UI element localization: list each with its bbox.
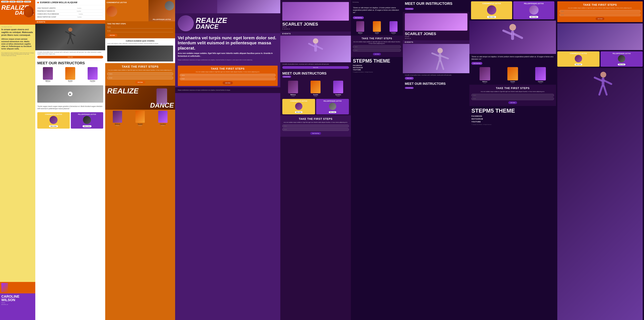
nav-dance[interactable]: Let's Dance: [24, 1, 31, 2]
events-banner: EVENTS: [35, 20, 105, 24]
caroline-section: CAROLINE WILSON Teacher @caroline_wil: [0, 293, 35, 320]
col6-name-input[interactable]: [353, 45, 401, 48]
col7b-start-btn[interactable]: Start learning: [472, 62, 482, 65]
steps-email-2[interactable]: [180, 77, 276, 80]
bottom-melissa-name: Melissa: [115, 123, 120, 125]
col7b-name-input[interactable]: [472, 94, 554, 97]
scarlet-social-handle: @scarlet_wil: [284, 28, 290, 29]
col7a-find-btn[interactable]: Find learning: [405, 8, 414, 10]
card2-button[interactable]: Take a class: [82, 125, 92, 127]
col5-more-btn[interactable]: More Info: [282, 66, 349, 69]
youtube-link[interactable]: YOUTUBE: [353, 69, 401, 70]
col7a-scarlet-tag: Docendi: [405, 36, 468, 37]
col7a-scarlet-section: SCARLET JONES Docendi @scarlet_wil: [403, 12, 470, 40]
steps-btn-2[interactable]: Join Now: [223, 81, 233, 84]
col5-card2-btn[interactable]: Take a class: [329, 111, 336, 113]
col5-card1-btn[interactable]: Take a class: [295, 111, 302, 113]
chevron-icon-4[interactable]: ›: [103, 16, 103, 17]
col5-event-text: Convallis vel pel pellum lorem. Accumsan…: [280, 62, 351, 66]
col7c-join-btn[interactable]: Join Now: [596, 17, 604, 20]
steps-join-btn[interactable]: Join Now: [135, 81, 145, 84]
svg-rect-7: [314, 44, 317, 52]
nav-meet[interactable]: Let's Meet: [9, 1, 16, 2]
col6-email-input[interactable]: [353, 49, 401, 52]
col7b-scarlet-tag: Fusce: [511, 82, 514, 84]
more-button[interactable]: More Info: [37, 56, 103, 58]
instructor-section: [0, 282, 35, 293]
col7a-more-btn[interactable]: More Info: [405, 77, 414, 80]
facebook-link[interactable]: FACEBOOK: [353, 65, 401, 66]
col6-join-btn[interactable]: Join Now: [373, 53, 381, 55]
col7b-facebook[interactable]: FACEBOOK: [472, 115, 554, 117]
col7c-card1-btn[interactable]: Take a class: [574, 64, 582, 65]
scarlet-hero-bg: [282, 2, 349, 21]
col7c-name-input[interactable]: [559, 10, 641, 13]
steps-body-2: Arcu non sodales neque sodales et. Eget …: [180, 71, 276, 73]
find-learning-btn[interactable]: Find learning: [282, 76, 291, 78]
steps-name-input[interactable]: [107, 72, 173, 75]
video-section: ▶: [37, 85, 103, 103]
meet-instructors: MEET OUR INSTRUCTORS: [35, 60, 105, 66]
steps-email-input[interactable]: [107, 76, 173, 79]
small-body-text: Risque condimentum maecenas vel risque c…: [178, 59, 278, 61]
col7b-start-btn-2[interactable]: Join Now: [508, 101, 517, 104]
col7b-quote: "Donec ac odio tempor orci dapibus. Ut t…: [470, 54, 556, 62]
steps-section: TAKE THE FIRST STEPS Arcu non sodales ne…: [105, 63, 175, 86]
col7a-find-btn-2[interactable]: Find learning: [405, 87, 414, 89]
svg-line-4: [68, 38, 70, 44]
form-label-2: PENATIBUS ET MAGNIS DIS: [37, 10, 55, 12]
col6-steps-body: Arcu non sodales neque sodales et. Eget …: [353, 41, 401, 44]
form-val-3: Facilisis: [79, 13, 83, 15]
body-content: urna aliquet nulla vitae In ornare quam …: [0, 25, 35, 282]
col7c-steps-body: Arcu non sodales neque sodales et. Eget …: [559, 7, 641, 9]
col7c-email-input[interactable]: [559, 13, 641, 16]
col7b-footer-links: FACEBOOK INSTAGRAM YOUTUBE: [472, 115, 554, 123]
form-email-input[interactable]: [107, 29, 173, 32]
card1-button[interactable]: Take a class: [49, 125, 58, 127]
col5-melissa: Melissa Fusce: [282, 81, 304, 97]
col5-meet: MEET OUR INSTRUCTORS Find learning: [280, 70, 351, 80]
realize-section: REALIZE DANCE: [175, 13, 280, 33]
nav-explore[interactable]: Let's Explore: [1, 1, 9, 2]
col5-start-btn[interactable]: Start learning: [310, 132, 321, 135]
form-label-4: MASSA TEMPOR NEC EUISAT: [37, 16, 56, 18]
join-btn[interactable]: Join Now: [107, 34, 117, 37]
logo-circle: [37, 2, 39, 3]
svg-line-14: [437, 61, 439, 69]
nav-attend[interactable]: Let's Attend: [16, 1, 24, 2]
col7c-steps-box: TAKE THE FIRST STEPS Arcu non sodales ne…: [557, 1, 643, 22]
play-button[interactable]: ▶: [68, 92, 72, 96]
chevron-icon-1[interactable]: ›: [103, 7, 103, 9]
col7b-instagram[interactable]: INSTAGRAM: [472, 118, 554, 120]
cards-row: CONDIMENTUZ LECTUS Take a class PELLENTE…: [35, 111, 105, 130]
svg-line-22: [595, 78, 602, 81]
col7b-youtube[interactable]: YOUTUBE: [472, 121, 554, 123]
col6-start-btn[interactable]: Start learning: [353, 16, 364, 19]
steps-name-2[interactable]: [180, 74, 276, 77]
instagram-link[interactable]: INSTAGRAM: [353, 67, 401, 68]
navigation: Let's Explore Let's Meet Let's Attend Le…: [0, 0, 35, 3]
quote-section: "Auctor augue mauris augue neque gravida…: [35, 104, 105, 111]
bottom-scarlet: Scarlet Fusce: [129, 111, 151, 126]
col5-melissa-photo: [288, 81, 298, 93]
chevron-icon-2[interactable]: ›: [103, 10, 103, 12]
col7c-card1-title: CONDIMENTUZ LECTUS: [559, 53, 598, 54]
col7b-card2-btn[interactable]: Take a class: [529, 16, 538, 18]
col5-email-input[interactable]: [282, 128, 349, 131]
hero-section: REALIZE DANCE: [0, 3, 35, 25]
col7b-card1-img: [487, 5, 496, 15]
col7c-card2-btn[interactable]: Take a class: [618, 64, 625, 65]
col5-scarlet-tag: Fusce: [314, 95, 317, 97]
col5-name-input[interactable]: [282, 125, 349, 127]
col7b-card1-btn[interactable]: Take a class: [487, 16, 496, 18]
chevron-icon-3[interactable]: ›: [103, 13, 103, 15]
body-text-1: In ornare quam viverra orci sagittis eu …: [1, 28, 34, 36]
bottom-caroline-name-3: Caroline: [160, 123, 166, 125]
col7b-email-input[interactable]: [472, 97, 554, 100]
form-name-input[interactable]: [107, 26, 173, 28]
bottom-caroline-tag-3: Fusce: [161, 125, 164, 126]
svg-line-19: [514, 34, 522, 38]
svg-point-20: [600, 72, 606, 78]
col5-card1-img: [295, 103, 302, 110]
col7c-steps-title: TAKE THE FIRST STEPS: [559, 3, 641, 6]
